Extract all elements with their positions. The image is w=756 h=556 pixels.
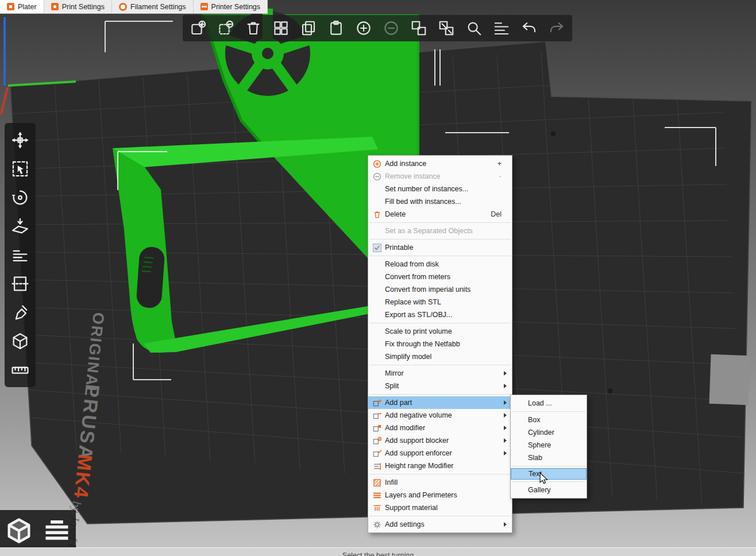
printer-settings-icon [200,3,208,10]
menu-item-mirror[interactable]: Mirror [368,367,512,380]
gear-icon [371,520,383,529]
menu-item-fix-through-netfabb[interactable]: Fix through the Netfabb [368,338,512,350]
status-hint-bar: Select the best turning [0,547,756,556]
menu-separator [512,481,585,482]
support-material-icon [371,503,383,512]
delete-all-icon[interactable] [244,18,263,38]
menu-item-delete[interactable]: DeleteDel [368,208,512,221]
tab-label: Print Settings [62,3,105,11]
menu-separator [369,365,511,365]
menu-separator [369,516,511,516]
menu-item-add-modifier[interactable]: Add modifier [368,422,512,434]
menu-item-add-settings[interactable]: Add settings [368,518,512,531]
menu-item-add-part[interactable]: Add part [368,396,512,409]
menu-separator [369,239,511,240]
measure-icon[interactable] [10,360,30,380]
menu-item-export-as-stl-obj[interactable]: Export as STL/OBJ... [368,308,512,321]
menu-item-add-support-blocker[interactable]: Add support blocker [368,434,512,447]
menu-item-remove-instance[interactable]: Remove instance- [368,170,512,183]
arrange-icon[interactable] [271,18,291,38]
add-modifier-icon [371,423,383,433]
height-range-modifier-icon [371,461,383,470]
infill-icon [371,478,383,487]
place-on-face-icon[interactable] [10,216,30,237]
3d-editor-view-icon[interactable] [4,516,34,548]
bed-hole [608,389,613,394]
menu-item-printable[interactable]: Printable [368,241,512,254]
menu-item-simplify-model[interactable]: Simplify model [368,350,512,363]
print-settings-icon [51,3,59,10]
submenu-arrow-icon [502,424,508,431]
bed-brand-mk4: MK4 [70,453,97,500]
add-instance-icon[interactable] [354,18,373,38]
menu-item-set-number-of-instances[interactable]: Set number of instances... [368,183,512,195]
remove-instance-icon[interactable] [381,18,401,38]
add-support-enforcer-icon [371,449,383,458]
menu-item-add-instance[interactable]: Add instance+ [368,157,512,170]
menu-item-replace-with-stl[interactable]: Replace with STL [368,296,512,308]
submenu-item-slab[interactable]: Slab [511,451,587,464]
paste-icon[interactable] [326,18,346,38]
menu-item-fill-bed-with-instances[interactable]: Fill bed with instances... [368,195,512,208]
copy-icon[interactable] [299,18,318,38]
menu-item-convert-from-meters[interactable]: Convert from meters [368,271,512,283]
tab-printer-settings[interactable]: Printer Settings [194,0,268,13]
submenu-item-gallery[interactable]: Gallery [511,484,587,496]
preview-layers-view-icon[interactable] [42,516,72,548]
undo-icon[interactable] [519,18,539,38]
variable-layer-height-icon[interactable] [492,18,511,38]
tab-label: Plater [18,3,37,11]
submenu-item-load[interactable]: Load ... [511,397,587,410]
menu-separator [512,411,585,412]
seam-paint-icon[interactable] [10,302,30,323]
variable-layer-icon[interactable] [10,245,30,265]
submenu-item-box[interactable]: Box [511,414,587,426]
menu-item-support-material[interactable]: Support material [368,501,512,514]
tab-filament-settings[interactable]: Filament Settings [112,0,194,13]
tab-print-settings[interactable]: Print Settings [44,0,112,13]
menu-item-layers-and-perimeters[interactable]: Layers and Perimeters [368,489,512,501]
rotate-icon[interactable] [10,187,30,208]
split-to-parts-icon[interactable] [437,18,456,38]
menu-item-scale-to-print-volume[interactable]: Scale to print volume [368,325,512,338]
search-icon[interactable] [464,18,484,38]
remove-instance-icon [371,172,383,181]
status-text: Select the best turning [342,551,414,556]
redo-icon[interactable] [547,18,566,38]
tab-plater[interactable]: Plater [0,0,44,13]
submenu-arrow-icon [502,383,508,389]
cut-icon[interactable] [10,273,30,294]
plater-icon [7,3,14,10]
menu-item-convert-from-imperial-units[interactable]: Convert from imperial units [368,283,512,296]
menu-item-infill[interactable]: Infill [368,476,512,489]
menu-item-split[interactable]: Split [368,380,512,392]
menu-separator [369,222,511,223]
remove-object-icon[interactable] [216,18,236,38]
add-negative-volume-icon [371,411,383,420]
menu-item-add-negative-volume[interactable]: Add negative volume [368,409,512,422]
trash-icon [371,210,383,219]
settings-tab-bar: Plater Print Settings Filament Settings … [0,0,268,14]
submenu-item-text[interactable]: Text [511,468,587,480]
bed-hole [551,132,556,137]
fuzzy-skin-icon[interactable] [10,331,30,352]
move-icon[interactable] [10,130,30,150]
submenu-arrow-icon [502,370,508,377]
submenu-arrow-icon [502,521,508,528]
prusaslicer-window: ORIGINAL PRUSA MK4 by Josef Prusa [0,0,756,556]
split-to-objects-icon[interactable] [409,18,429,38]
menu-item-reload-from-disk[interactable]: Reload from disk [368,258,512,271]
menu-item-height-range-modifier[interactable]: Height range Modifier [368,460,512,472]
add-instance-icon [371,159,383,168]
menu-item-add-support-enforcer[interactable]: Add support enforcer [368,447,512,460]
menu-separator [369,256,511,256]
printable-checkbox-icon [373,244,381,252]
add-object-icon[interactable] [188,18,208,38]
object-toolbar [183,15,572,41]
submenu-item-cylinder[interactable]: Cylinder [511,426,587,439]
select-icon[interactable] [10,159,30,179]
menu-item-set-as-separated-objects[interactable]: Set as a Separated Objects [368,225,512,237]
submenu-item-sphere[interactable]: Sphere [511,439,587,451]
filament-settings-icon [119,3,127,11]
menu-separator [369,474,511,474]
